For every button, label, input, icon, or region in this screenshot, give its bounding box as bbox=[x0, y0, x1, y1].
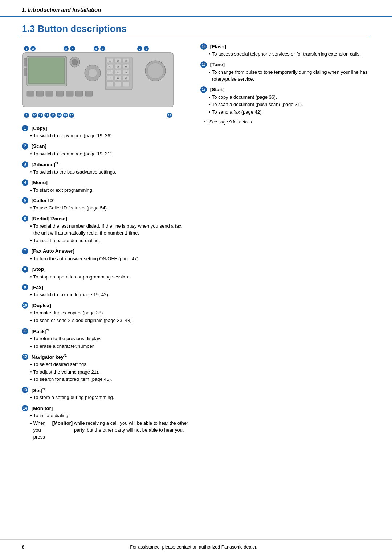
button-monitor: 14 [Monitor] To initiate dialing. When y… bbox=[22, 405, 189, 440]
bullet-monitor-1: To initiate dialing. bbox=[30, 412, 189, 419]
button-label-5: [Caller ID] bbox=[30, 198, 55, 203]
footer-text: For assistance, please contact an author… bbox=[24, 545, 363, 550]
button-desc-1: To switch to copy mode (page 19, 36). bbox=[22, 133, 189, 139]
svg-text:0: 0 bbox=[117, 77, 119, 80]
page-number: 8 bbox=[22, 544, 24, 550]
bullet-start-1: To copy a document (page 36). bbox=[209, 94, 370, 101]
button-copy: 1 [Copy] To switch to copy mode (page 19… bbox=[22, 125, 189, 139]
button-label-7: [Fax Auto Answer] bbox=[30, 248, 74, 254]
button-num-6: 6 bbox=[22, 215, 28, 222]
button-redial-pause: 6 [Redial][Pause] To redial the last num… bbox=[22, 215, 189, 244]
button-desc-10: To make duplex copies (page 38). To scan… bbox=[22, 310, 189, 324]
bullet-stop-1: To stop an operation or programming sess… bbox=[30, 274, 189, 281]
button-desc-9: To switch to fax mode (page 19, 42). bbox=[22, 292, 189, 298]
svg-rect-24 bbox=[123, 82, 129, 87]
device-schematic-wrapper: 1 2 3 4 5 6 7 8 bbox=[22, 43, 189, 120]
svg-point-8 bbox=[88, 69, 97, 77]
svg-rect-42 bbox=[56, 91, 64, 96]
svg-point-6 bbox=[72, 59, 78, 65]
svg-rect-22 bbox=[107, 82, 113, 87]
page: 1. Introduction and Installation 1.3 But… bbox=[0, 0, 392, 554]
bullet-back-2: To erase a character/number. bbox=[30, 343, 189, 350]
button-num-10: 10 bbox=[22, 302, 28, 309]
button-num-5: 5 bbox=[22, 197, 28, 204]
button-label-4: [Menu] bbox=[30, 180, 48, 185]
svg-rect-45 bbox=[85, 91, 93, 96]
button-back: 11 [Back]*1 To return to the previous di… bbox=[22, 328, 189, 350]
svg-text:1: 1 bbox=[109, 60, 111, 62]
chapter-title: 1. Introduction and Installation bbox=[22, 7, 101, 13]
svg-text:8: 8 bbox=[117, 71, 119, 74]
svg-rect-41 bbox=[46, 91, 53, 96]
num-label-1: 1 bbox=[24, 46, 29, 51]
button-flash: 15 [Flash] To access special telephone s… bbox=[200, 43, 370, 58]
button-desc-8: To stop an operation or programming sess… bbox=[22, 274, 189, 281]
button-label-9: [Fax] bbox=[30, 285, 43, 290]
num-label-14: 14 bbox=[57, 113, 62, 118]
button-num-2: 2 bbox=[22, 143, 28, 150]
svg-rect-2 bbox=[28, 58, 65, 84]
button-num-16: 16 bbox=[200, 61, 207, 68]
svg-text:5: 5 bbox=[117, 65, 119, 68]
button-desc-13: To store a setting during programming. bbox=[22, 394, 189, 401]
button-label-12: Navigator key*1 bbox=[30, 354, 67, 360]
bullet-nav-2: To adjust the volume (page 21). bbox=[30, 369, 189, 376]
button-caller-id: 5 [Caller ID] To use Caller ID features … bbox=[22, 197, 189, 212]
button-label-13: [Set]*1 bbox=[30, 387, 45, 393]
button-fax: 9 [Fax] To switch to fax mode (page 19, … bbox=[22, 284, 189, 298]
left-column: 1 2 3 4 5 6 7 8 bbox=[22, 43, 189, 444]
button-stop: 8 [Stop] To stop an operation or program… bbox=[22, 266, 189, 281]
button-num-15: 15 bbox=[200, 43, 207, 50]
button-desc-5: To use Caller ID features (page 54). bbox=[22, 205, 189, 212]
bullet-fax-1: To switch to fax mode (page 19, 42). bbox=[30, 292, 189, 298]
button-num-12: 12 bbox=[22, 354, 28, 360]
svg-rect-44 bbox=[75, 91, 83, 96]
button-num-3: 3 bbox=[22, 161, 28, 168]
num-label-11: 11 bbox=[38, 113, 43, 118]
button-num-8: 8 bbox=[22, 266, 28, 273]
svg-text:*: * bbox=[110, 77, 111, 80]
button-num-14: 14 bbox=[22, 405, 28, 411]
bullet-redial-1: To redial the last number dialed. If the… bbox=[30, 223, 189, 237]
num-label-4: 4 bbox=[70, 46, 75, 51]
num-label-13: 13 bbox=[50, 113, 56, 118]
button-label-14: [Monitor] bbox=[30, 406, 53, 411]
bullet-back-1: To return to the previous display. bbox=[30, 335, 189, 342]
bullet-redial-2: To insert a pause during dialing. bbox=[30, 237, 189, 244]
svg-rect-3 bbox=[24, 58, 27, 66]
bullet-start-3: To send a fax (page 42). bbox=[209, 109, 370, 116]
button-num-1: 1 bbox=[22, 125, 28, 131]
num-label-6: 6 bbox=[100, 46, 105, 51]
bullet-fax-auto-answer-1: To turn the auto answer setting ON/OFF (… bbox=[30, 256, 189, 262]
button-set: 13 [Set]*1 To store a setting during pro… bbox=[22, 387, 189, 401]
button-desc-7: To turn the auto answer setting ON/OFF (… bbox=[22, 256, 189, 262]
bullet-nav-3: To search for a stored item (page 45). bbox=[30, 376, 189, 383]
button-num-4: 4 bbox=[22, 179, 28, 186]
button-label-8: [Stop] bbox=[30, 266, 46, 272]
button-desc-12: To select desired settings. To adjust th… bbox=[22, 361, 189, 383]
num-label-2: 2 bbox=[30, 46, 36, 51]
bullet-duplex-1: To make duplex copies (page 38). bbox=[30, 310, 189, 317]
svg-rect-43 bbox=[66, 91, 73, 96]
button-num-7: 7 bbox=[22, 248, 28, 254]
button-label-2: [Scan] bbox=[30, 143, 46, 149]
bullet-nav-1: To select desired settings. bbox=[30, 361, 189, 368]
num-label-5: 5 bbox=[94, 46, 99, 51]
button-desc-15: To access special telephone services or … bbox=[200, 51, 370, 58]
button-fax-auto-answer: 7 [Fax Auto Answer] To turn the auto ans… bbox=[22, 248, 189, 262]
section-title: 1.3 Button descriptions bbox=[22, 23, 370, 37]
svg-text:4: 4 bbox=[109, 65, 111, 68]
button-desc-17: To copy a document (page 36). To scan a … bbox=[200, 94, 370, 116]
main-content: 1.3 Button descriptions 1 2 3 bbox=[0, 23, 392, 466]
bullet-callerid-1: To use Caller ID features (page 54). bbox=[30, 205, 189, 212]
button-desc-3: To switch to the basic/advance settings. bbox=[22, 169, 189, 176]
button-duplex: 10 [Duplex] To make duplex copies (page … bbox=[22, 302, 189, 324]
footnote: *1 See page 9 for details. bbox=[200, 119, 370, 125]
svg-text:9: 9 bbox=[125, 71, 127, 74]
svg-text:6: 6 bbox=[125, 65, 127, 68]
button-desc-4: To start or exit programming. bbox=[22, 187, 189, 194]
top-header: 1. Introduction and Installation bbox=[0, 0, 392, 17]
button-label-17: [Start] bbox=[209, 87, 225, 92]
svg-text:2: 2 bbox=[117, 60, 119, 62]
bullet-tone-1: To change from pulse to tone temporarily… bbox=[209, 69, 370, 83]
